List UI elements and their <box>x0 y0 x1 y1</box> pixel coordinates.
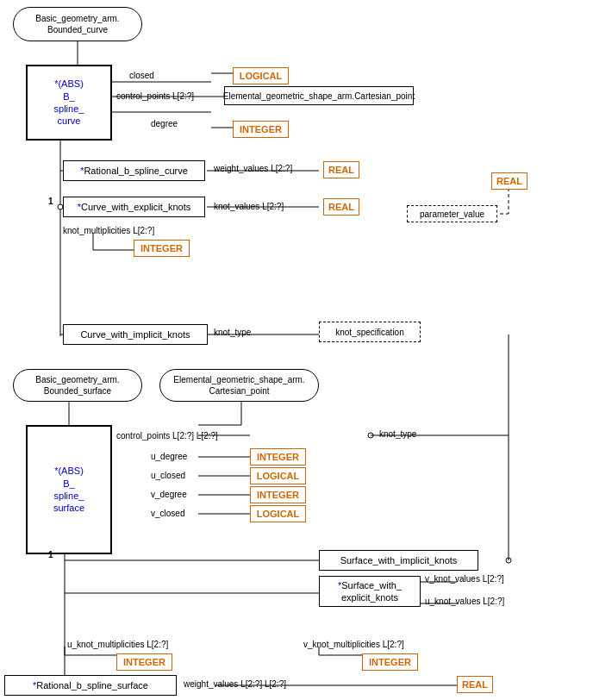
label-u-closed: u_closed <box>151 471 185 480</box>
diagram: Basic_geometry_arm. Bounded_curve *(ABS)… <box>0 0 593 700</box>
curve-with-explicit-knots: *Curve_with_explicit_knots <box>63 197 205 217</box>
type-real-surface: REAL <box>457 676 493 693</box>
basic-geometry-bounded-curve: Basic_geometry_arm. Bounded_curve <box>13 7 142 41</box>
label-control-points-surface: control_points L[2:?] L[2:?] <box>116 431 218 441</box>
label-v-degree: v_degree <box>151 490 187 499</box>
label-weight-values: weight_values L[2:?] <box>214 164 292 173</box>
elemental-cartesian-point: Elemental_geometric_shape_arm.Cartesian_… <box>224 86 414 105</box>
label-degree: degree <box>151 119 178 128</box>
surface-with-explicit-knots: *Surface_with_explicit_knots <box>319 576 421 607</box>
parameter-value: parameter_value <box>407 205 497 222</box>
type-real-top-right: REAL <box>491 172 527 190</box>
abs-b-spline-surface: *(ABS)B_spline_surface <box>26 425 112 554</box>
type-logical-v-closed: LOGICAL <box>250 505 306 522</box>
label-control-points: control_points L[2:?] <box>116 91 194 101</box>
surface-with-implicit-knots: Surface_with_implicit_knots <box>319 550 478 571</box>
label-u-degree: u_degree <box>151 452 187 461</box>
label-knot-values: knot_values L[2:?] <box>214 202 284 211</box>
rational-b-spline-surface: *Rational_b_spline_surface <box>4 675 177 696</box>
type-logical-1: LOGICAL <box>233 67 289 84</box>
label-knot-type-1: knot_type <box>214 328 251 337</box>
type-integer-2: INTEGER <box>134 240 190 257</box>
label-one-1: 1 <box>48 197 53 206</box>
label-v-knot-multiplicities: v_knot_multiplicities L[2:?] <box>303 640 404 649</box>
type-integer-u-degree: INTEGER <box>250 448 306 466</box>
label-v-knot-values: v_knot_values L[2:?] <box>425 574 504 584</box>
abs-b-spline-curve: *(ABS)B_spline_curve <box>26 65 112 141</box>
type-integer-v-knot-mult: INTEGER <box>362 653 418 671</box>
label-weight-values-surface: weight_values L[2:?] L[2:?] <box>184 679 286 689</box>
svg-point-37 <box>506 558 511 563</box>
basic-geometry-bounded-surface: Basic_geometry_arm.Bounded_surface <box>13 369 142 402</box>
label-one-2: 1 <box>48 550 53 559</box>
elemental-cartesian-point-2: Elemental_geometric_shape_arm.Cartesian_… <box>159 369 319 402</box>
rational-b-spline-curve: *Rational_b_spline_curve <box>63 160 205 181</box>
label-knot-multiplicities: knot_multiplicities L[2:?] <box>63 226 154 235</box>
type-real-2: REAL <box>323 198 359 216</box>
type-integer-v-degree: INTEGER <box>250 486 306 503</box>
type-integer-1: INTEGER <box>233 121 289 138</box>
type-logical-u-closed: LOGICAL <box>250 467 306 484</box>
svg-point-36 <box>368 433 373 438</box>
label-u-knot-multiplicities: u_knot_multiplicities L[2:?] <box>67 640 168 649</box>
label-u-knot-values: u_knot_values L[2:?] <box>425 597 504 606</box>
type-real-1: REAL <box>323 161 359 178</box>
knot-specification: knot_specification <box>319 322 421 342</box>
label-closed: closed <box>129 71 154 80</box>
type-integer-u-knot-mult: INTEGER <box>116 653 172 671</box>
label-knot-type-2: knot_type <box>379 429 416 439</box>
curve-with-implicit-knots: Curve_with_implicit_knots <box>63 324 208 345</box>
label-v-closed: v_closed <box>151 509 184 518</box>
